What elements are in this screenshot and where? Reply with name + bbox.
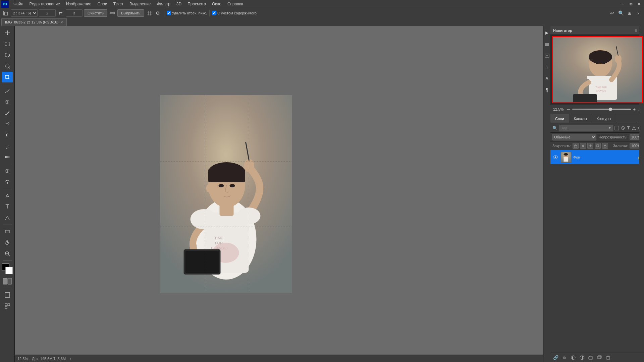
history-brush-tool[interactable] [2,130,13,140]
pen-tool[interactable] [2,190,13,201]
grid-icon[interactable] [146,9,153,17]
menu-3d[interactable]: 3D [174,1,184,7]
eraser-tool[interactable] [2,141,13,152]
marquee-rect-tool[interactable] [2,39,13,49]
lock-all-btn[interactable] [602,143,608,149]
lock-transparent-btn[interactable] [573,143,579,149]
lock-artboard-btn[interactable] [595,143,601,149]
menu-filter[interactable]: Фильтр [154,1,173,7]
lock-position-btn[interactable] [587,143,593,149]
straighten-icon[interactable] [109,9,116,17]
quick-select-tool[interactable] [2,61,13,71]
brush-tool[interactable] [2,108,13,118]
layer-search-input[interactable] [560,126,607,130]
settings-icon[interactable]: ⚙ [154,9,162,17]
move-tool[interactable] [2,27,13,38]
menu-help[interactable]: Справка [225,1,246,7]
document-tab[interactable]: IMG_8633-2 @ 12,5% (RGB/16) ✕ [1,18,67,26]
svg-rect-68 [604,145,606,147]
zoom-slider-thumb[interactable] [609,108,612,111]
zoom-in-icon[interactable]: + [633,107,636,112]
background-color[interactable] [5,267,13,274]
heal-tool[interactable] [2,97,13,107]
ratio-swap-icon[interactable]: ⇄ [57,9,64,17]
svg-text:CHANGE: CHANGE [596,89,606,92]
path-select-tool[interactable] [2,213,13,223]
more-icon[interactable]: › [635,9,642,17]
menu-image[interactable]: Изображение [63,1,94,7]
layer-group-btn[interactable] [587,354,594,361]
svg-rect-17 [8,278,12,284]
menu-window[interactable]: Окно [209,1,224,7]
shape-tool[interactable] [2,226,13,237]
content-aware-check[interactable]: С учетом содержимого [212,11,257,15]
search-global-icon[interactable]: 🔍 [617,9,625,17]
arrange-btn[interactable] [2,301,13,311]
menu-edit[interactable]: Редактирование [27,1,63,7]
layer-item-bg[interactable]: Фон 🔒 [550,150,644,164]
clone-tool[interactable] [2,119,13,129]
tab-layers[interactable]: Слои [550,114,569,123]
layer-fx-btn[interactable]: fx [561,354,568,361]
shape-filter-icon[interactable] [632,125,636,131]
menu-layers[interactable]: Слои [95,1,110,7]
layer-adjustment-btn[interactable] [579,354,585,361]
straighten-button[interactable]: Выпрямить [117,9,144,17]
menu-text[interactable]: Текст [111,1,126,7]
blend-mode-select[interactable]: Обычные [552,134,596,140]
workspace-icon[interactable]: ⊞ [626,9,633,17]
eyedropper-tool[interactable] [2,85,13,96]
dodge-tool[interactable] [2,177,13,187]
layer-mask-btn[interactable] [570,354,577,361]
svg-rect-14 [5,230,9,233]
crop-tool[interactable] [2,72,13,82]
pixel-layer-icon[interactable] [614,125,619,131]
menu-select[interactable]: Выделение [127,1,154,7]
adjustment-filter-icon[interactable] [621,125,625,131]
undo-icon[interactable]: ↩ [608,9,616,17]
ratio-input-1[interactable] [39,9,56,17]
ratio-select[interactable]: 2 : 3 (4 : 6) [11,9,38,17]
new-layer-btn[interactable] [596,354,603,361]
window-close-btn[interactable]: ✕ [635,0,643,8]
zoom-slider[interactable] [572,109,631,110]
delete-offscreen-check[interactable]: Удалить отсеч. пикс. [167,11,207,15]
search-dropdown-icon[interactable]: ▼ [608,126,611,130]
menu-file[interactable]: Файл [11,1,26,7]
window-restore-btn[interactable]: ⧉ [627,0,635,8]
window-minimize-btn[interactable]: ─ [619,0,627,8]
clear-button[interactable]: Очистить [84,9,107,17]
svg-rect-20 [8,304,10,306]
crop-tool-icon[interactable] [2,9,9,17]
navigator-expand-icon[interactable]: ≡ [635,28,637,33]
right-panel: ▶ ℹ A [543,26,644,362]
navigator-preview-area: TIME FOR CHANGE [550,35,644,105]
delete-layer-btn[interactable] [605,354,611,361]
zoom-tool[interactable] [2,248,13,259]
type-tool[interactable]: T [2,201,13,212]
tool-sep-1 [3,84,12,84]
hand-tool[interactable] [2,237,13,248]
quick-mask-btn[interactable] [2,276,13,287]
tab-close-btn[interactable]: ✕ [60,20,63,24]
status-arrow[interactable]: › [70,357,71,361]
color-picker[interactable] [2,263,13,274]
canvas-area[interactable]: TIME FOR CHANGE [15,26,543,362]
layer-search-box[interactable]: ▼ [559,125,613,131]
lock-image-btn[interactable] [580,143,586,149]
tab-paths[interactable]: Контуры [592,114,616,123]
layer-link-icon[interactable]: 🔗 [552,354,559,361]
screen-mode-btn[interactable] [2,290,13,300]
ratio-input-2[interactable] [66,9,83,17]
menu-view[interactable]: Просмотр [185,1,209,7]
blur-tool[interactable] [2,166,13,176]
svg-rect-36 [185,251,219,273]
opacity-label: Непрозрачность: [598,135,627,139]
tab-channels[interactable]: Каналы [569,114,592,123]
text-filter-icon[interactable]: T [627,125,630,131]
zoom-out-icon[interactable]: ─ [567,107,570,112]
layer-visibility-eye[interactable] [552,154,558,160]
gradient-tool[interactable] [2,152,13,163]
lasso-tool[interactable] [2,50,13,60]
svg-rect-0 [5,12,8,15]
